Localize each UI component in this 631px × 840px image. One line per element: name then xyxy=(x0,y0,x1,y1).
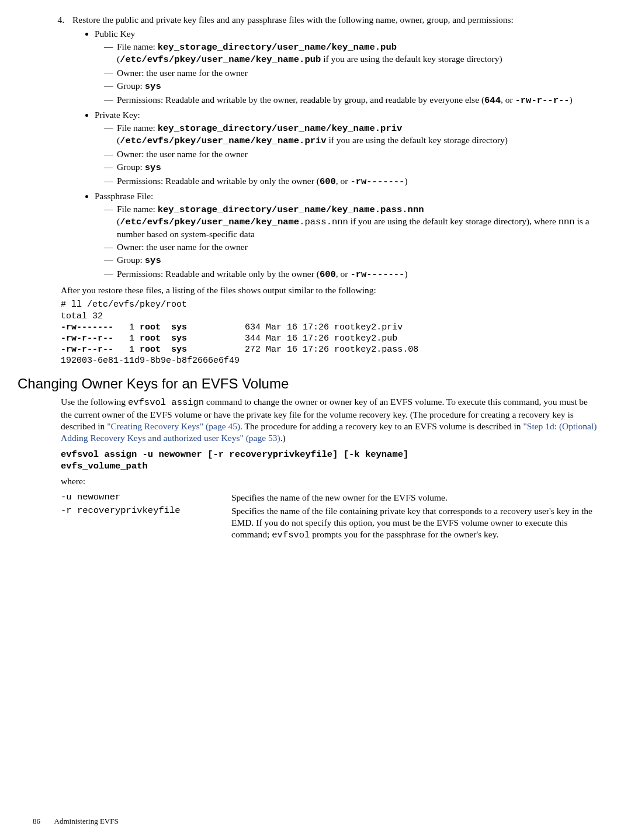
opt-desc: Specifies the name of the new owner for … xyxy=(231,491,598,505)
listing-sep: 1 xyxy=(113,322,140,332)
command-syntax: evfsvol assign -u newowner [-r recoveryp… xyxy=(61,449,598,472)
private-owner: Owner: the user name for the owner xyxy=(117,148,598,160)
listing-owner: root xyxy=(140,345,161,355)
pass-owner: Owner: the user name for the owner xyxy=(117,241,598,253)
passphrase-title: Passphrase File: xyxy=(95,191,153,201)
private-key-block: Private Key: File name: key_storage_dire… xyxy=(95,109,598,188)
file-name: key_storage_directory/user_name/key_name… xyxy=(158,42,397,53)
file-listing: # ll /etc/evfs/pkey/root total 32 -rw---… xyxy=(61,299,598,366)
file-alt: /etc/evfs/pkey/user_name/key_name.priv xyxy=(120,136,326,146)
private-key-title: Private Key: xyxy=(95,110,140,120)
listing-line: total 32 xyxy=(61,311,103,321)
public-key-block: Public Key File name: key_storage_direct… xyxy=(95,28,598,107)
group-pre: Group: xyxy=(117,162,145,172)
perm-sym: -rw-r--r-- xyxy=(515,95,570,106)
perm-close: ) xyxy=(570,95,573,105)
public-key-title: Public Key xyxy=(95,29,135,39)
private-group: Group: sys xyxy=(117,161,598,174)
public-perm: Permissions: Readable and writable by th… xyxy=(117,94,598,107)
listing-perm: -rw-r--r-- xyxy=(61,345,113,355)
step4-intro: Restore the public and private key files… xyxy=(72,15,514,25)
listing-sep xyxy=(161,322,171,332)
listing-sep: 1 xyxy=(113,334,140,343)
link-creating-recovery-keys[interactable]: "Creating Recovery Keys" (page 45) xyxy=(107,421,240,431)
p1d: . The procedure for adding a recovery ke… xyxy=(240,421,523,431)
listing-group: sys xyxy=(171,334,187,343)
perm-sym: -rw------- xyxy=(350,269,404,280)
p1e: .) xyxy=(280,433,286,443)
perm-sym: -rw------- xyxy=(350,176,404,187)
pass-group: Group: sys xyxy=(117,254,598,267)
paren-tail: if you are using the default key storage… xyxy=(321,54,502,64)
file-tail2: if you are using the default key storage… xyxy=(348,216,559,226)
opt2c: prompts you for the passphrase for the o… xyxy=(310,529,498,539)
file-alt: /etc/evfs/pkey/user_name/key_name.pub xyxy=(120,54,321,65)
perm-num: 644 xyxy=(484,95,501,106)
perm-mid: , or xyxy=(336,269,351,279)
cmd-inline: evfsvol assign xyxy=(128,397,204,408)
file-alt: /etc/evfs/pkey/user_name/key_name xyxy=(120,217,299,227)
pass-perm: Permissions: Readable and writable only … xyxy=(117,268,598,281)
listing-tail: 634 Mar 16 17:26 rootkey2.priv xyxy=(187,322,403,332)
group-val: sys xyxy=(145,255,161,266)
perm-num: 600 xyxy=(320,269,336,280)
listing-perm: -rw-r--r-- xyxy=(61,334,113,343)
paren-tail: if you are using the default key storage… xyxy=(327,135,508,145)
step-4: Restore the public and private key files… xyxy=(67,14,598,281)
public-owner: Owner: the user name for the owner xyxy=(117,67,598,79)
group-val: sys xyxy=(145,162,161,173)
public-group: Group: sys xyxy=(117,80,598,93)
private-file: File name: key_storage_directory/user_na… xyxy=(117,122,598,148)
group-pre: Group: xyxy=(117,81,145,91)
cmd-line-2: evfs_volume_path xyxy=(61,460,598,472)
opt-name: -r recoveryprivkeyfile xyxy=(61,504,231,542)
file-pre: File name: xyxy=(117,41,158,51)
perm-close: ) xyxy=(404,176,407,186)
file-pre: File name: xyxy=(117,123,158,133)
listing-group: sys xyxy=(171,322,187,332)
section-paragraph: Use the following evfsvol assign command… xyxy=(61,396,598,443)
perm-mid: , or xyxy=(336,176,351,186)
section-heading: Changing Owner Keys for an EVFS Volume xyxy=(18,375,598,393)
perm-pre: Permissions: Readable and writable by th… xyxy=(117,95,484,105)
options-table: -u newowner Specifies the name of the ne… xyxy=(61,491,598,543)
after-restore-text: After you restore these files, a listing… xyxy=(61,284,598,296)
p1a: Use the following xyxy=(61,397,128,407)
group-pre: Group: xyxy=(117,255,145,265)
perm-pre: Permissions: Readable and writable by on… xyxy=(117,176,320,186)
listing-sep: 1 xyxy=(113,345,140,355)
perm-pre: Permissions: Readable and writable only … xyxy=(117,269,320,279)
listing-group: sys xyxy=(171,345,187,355)
public-file: File name: key_storage_directory/user_na… xyxy=(117,41,598,67)
listing-owner: root xyxy=(140,322,161,332)
listing-sep xyxy=(161,334,171,343)
pass-file: File name: key_storage_directory/user_na… xyxy=(117,203,598,240)
perm-num: 600 xyxy=(320,176,336,187)
listing-perm: -rw------- xyxy=(61,322,113,332)
group-val: sys xyxy=(145,81,161,92)
opt2b: evfsvol xyxy=(272,530,310,540)
private-perm: Permissions: Readable and writable by on… xyxy=(117,175,598,188)
listing-owner: root xyxy=(140,334,161,343)
opt-name: -u newowner xyxy=(61,491,231,505)
where-label: where: xyxy=(61,475,598,487)
listing-line: 192003-6e81-11d9-8b9e-b8f2666e6f49 xyxy=(61,356,240,366)
listing-sep xyxy=(161,345,171,355)
listing-tail: 344 Mar 16 17:26 rootkey2.pub xyxy=(187,334,397,343)
file-name: key_storage_directory/user_name/key_name… xyxy=(158,204,424,215)
listing-line: # ll /etc/evfs/pkey/root xyxy=(61,300,187,310)
table-row: -u newowner Specifies the name of the ne… xyxy=(61,491,598,505)
file-name: key_storage_directory/user_name/key_name… xyxy=(158,123,403,134)
listing-tail: 272 Mar 16 17:26 rootkey2.pass.08 xyxy=(187,345,418,355)
table-row: -r recoveryprivkeyfile Specifies the nam… xyxy=(61,504,598,542)
file-nnn: nnn xyxy=(559,217,575,227)
perm-mid: , or xyxy=(501,95,515,105)
passphrase-block: Passphrase File: File name: key_storage_… xyxy=(95,190,598,281)
opt-desc: Specifies the name of the file containin… xyxy=(231,504,598,542)
cmd-line-1: evfsvol assign -u newowner [-r recoveryp… xyxy=(61,449,598,460)
file-tail1: .pass.nnn xyxy=(299,217,348,227)
file-pre: File name: xyxy=(117,204,158,214)
perm-close: ) xyxy=(404,269,407,279)
